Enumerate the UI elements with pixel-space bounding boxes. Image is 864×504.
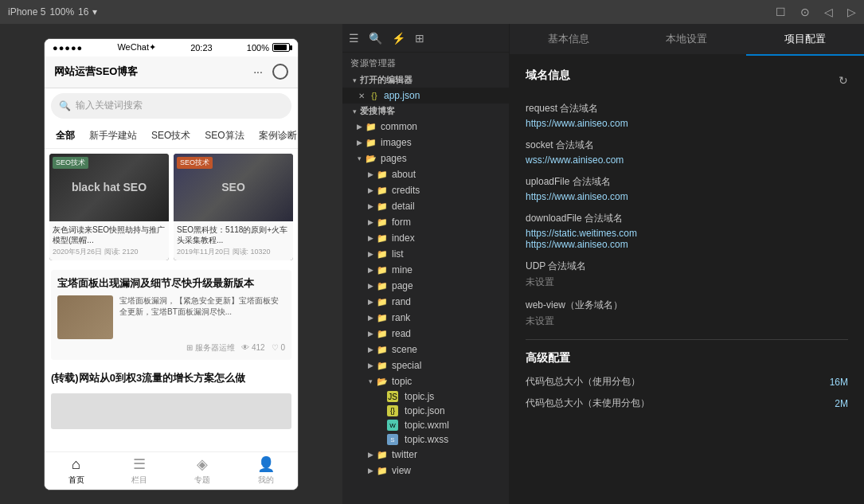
file-topic-wxml[interactable]: W topic.wxml <box>342 418 509 432</box>
tab-beginner[interactable]: 新手学建站 <box>84 126 142 146</box>
pages-label: 16 <box>78 6 88 18</box>
open-editors-section[interactable]: ▾ 打开的编辑器 <box>342 72 509 88</box>
folder-icon-scene: 📁 <box>376 343 389 356</box>
images-arrow-icon: ▶ <box>354 139 365 147</box>
article-title-3: 宝塔面板出现漏洞及细节尽快升级最新版本 <box>57 276 285 291</box>
phone-icon[interactable]: ☐ <box>776 6 786 18</box>
folder-rank[interactable]: ▶ 📁 rank <box>342 310 509 326</box>
more-icon[interactable]: ⊞ <box>415 32 424 45</box>
json-file-icon-topic: {} <box>387 405 398 416</box>
folder-pages[interactable]: ▾ 📂 pages <box>342 150 509 166</box>
folder-scene[interactable]: ▶ 📁 scene <box>342 342 509 357</box>
close-icon[interactable]: ✕ <box>358 92 365 100</box>
right-content: 域名信息 ↻ request 合法域名 https://www.ainiseo.… <box>510 56 864 504</box>
file-label-topic-wxml: topic.wxml <box>405 420 509 431</box>
folder-detail[interactable]: ▶ 📁 detail <box>342 198 509 214</box>
list-icon[interactable]: ☰ <box>349 32 359 45</box>
article-desc-3: 宝塔面板漏洞，【紧急安全更新】宝塔面板安全更新，宝塔BT面板漏洞尽快... <box>119 295 285 339</box>
folder-mine[interactable]: ▶ 📁 mine <box>342 262 509 278</box>
download-row: downloadFile 合法域名 https://static.weitime… <box>526 212 848 250</box>
topic-icon: ◈ <box>197 455 208 473</box>
udp-label: UDP 合法域名 <box>526 260 848 273</box>
upload-value: https://www.ainiseo.com <box>526 191 848 202</box>
section-divider <box>526 339 848 340</box>
bottom-nav-column[interactable]: ☰ 栏目 <box>131 455 147 486</box>
folder-special[interactable]: ▶ 📁 special <box>342 357 509 373</box>
article-card-3[interactable]: 宝塔面板出现漏洞及细节尽快升级最新版本 宝塔面板漏洞，【紧急安全更新】宝塔面板安… <box>51 270 291 360</box>
article-card-1[interactable]: black hat SEO SEO技术 灰色词读来SEO快照劫持与推广模型(黑帽… <box>49 154 169 260</box>
resources-label: 资源管理器 <box>342 53 509 72</box>
upload-label: uploadFile 合法域名 <box>526 175 848 189</box>
tab-local-settings[interactable]: 本地设置 <box>627 24 745 56</box>
more-icon[interactable]: ··· <box>250 64 266 80</box>
usb-icon[interactable]: ⚡ <box>392 32 405 45</box>
webview-value: 未设置 <box>526 315 848 328</box>
phone-image-grid: black hat SEO SEO技术 灰色词读来SEO快照劫持与推广模型(黑帽… <box>45 149 298 265</box>
search-icon[interactable]: 🔍 <box>369 32 382 45</box>
file-label-topic-wxss: topic.wxss <box>405 434 509 445</box>
phone-search-bar[interactable]: 🔍 输入关键词搜索 <box>51 93 291 119</box>
battery-percent: 100% <box>247 43 269 53</box>
tab-project-config[interactable]: 项目配置 <box>746 24 864 56</box>
folder-list[interactable]: ▶ 📁 list <box>342 246 509 262</box>
folder-form[interactable]: ▶ 📁 form <box>342 214 509 230</box>
project-section[interactable]: ▾ 爱搜博客 <box>342 104 509 119</box>
tab-case[interactable]: 案例诊断 <box>254 126 298 146</box>
article-text-2: SEO黑科技：5118的原则+火车头采集教程... 2019年11月20日 阅读… <box>174 221 293 260</box>
folder-images[interactable]: ▶ 📁 images <box>342 135 509 150</box>
bottom-nav-mine[interactable]: 👤 我的 <box>257 455 275 486</box>
download-value1: https://static.weitimes.com <box>526 228 848 239</box>
tab-seo-tech[interactable]: SEO技术 <box>147 126 195 146</box>
folder-about[interactable]: ▶ 📁 about <box>342 166 509 182</box>
folder-label-scene: scene <box>392 344 509 355</box>
folder-rand[interactable]: ▶ 📁 rand <box>342 294 509 310</box>
file-topic-js[interactable]: JS topic.js <box>342 389 509 404</box>
rank-arrow-icon: ▶ <box>365 314 376 322</box>
folder-view[interactable]: ▶ 📁 view <box>342 463 509 479</box>
request-value: https://www.ainiseo.com <box>526 118 848 129</box>
bottom-nav-home[interactable]: ⌂ 首页 <box>68 456 84 486</box>
folder-label-mine: mine <box>392 264 509 275</box>
folder-index[interactable]: ▶ 📁 index <box>342 230 509 246</box>
folder-twitter[interactable]: ▶ 📁 twitter <box>342 447 509 463</box>
article-card-2[interactable]: SEO SEO技术 SEO黑科技：5118的原则+火车头采集教程... 2019… <box>174 154 293 260</box>
folder-label-special: special <box>392 360 509 371</box>
back-icon[interactable]: ◁ <box>824 6 833 18</box>
topic-label: 专题 <box>194 475 210 486</box>
folder-topic[interactable]: ▾ 📂 topic <box>342 373 509 389</box>
code-size-value: 16M <box>830 377 848 388</box>
scene-arrow-icon: ▶ <box>365 346 376 354</box>
forward-icon[interactable]: ▷ <box>847 6 856 18</box>
mine-arrow-icon: ▶ <box>365 266 376 274</box>
folder-label-page: page <box>392 280 509 291</box>
file-tree-toolbar: ☰ 🔍 ⚡ ⊞ <box>342 24 509 53</box>
folder-read[interactable]: ▶ 📁 read <box>342 326 509 342</box>
folder-credits[interactable]: ▶ 📁 credits <box>342 182 509 198</box>
editors-arrow-icon: ▾ <box>349 76 360 84</box>
article-title-4: (转载)网站从0到权3流量的增长方案怎么做 <box>51 366 291 390</box>
socket-label: socket 合法域名 <box>526 139 848 152</box>
phone-nav-title: 网站运营SEO博客 <box>54 64 138 79</box>
folder-icon-index: 📁 <box>376 232 389 244</box>
folder-icon-pages: 📂 <box>365 152 377 165</box>
dropdown-arrow-icon[interactable]: ▾ <box>92 6 97 18</box>
record-icon[interactable]: ⊙ <box>800 6 810 18</box>
folder-common[interactable]: ▶ 📁 common <box>342 119 509 135</box>
file-topic-wxss[interactable]: S topic.wxss <box>342 432 509 447</box>
tab-basic-info[interactable]: 基本信息 <box>510 24 627 56</box>
folder-page[interactable]: ▶ 📁 page <box>342 278 509 294</box>
webview-row: web-view（业务域名） 未设置 <box>526 299 848 328</box>
editor-app-json[interactable]: ✕ {} app.json <box>342 88 509 104</box>
read-arrow-icon: ▶ <box>365 330 376 338</box>
bottom-nav-topic[interactable]: ◈ 专题 <box>194 455 210 486</box>
folder-label-topic: topic <box>392 376 509 387</box>
tab-all[interactable]: 全部 <box>51 126 80 146</box>
file-topic-json[interactable]: {} topic.json <box>342 404 509 418</box>
tab-seo-alg[interactable]: SEO算法 <box>200 126 248 146</box>
article-meta-1: 2020年5月26日 阅读: 2120 <box>53 247 166 257</box>
article-img-4 <box>51 393 291 429</box>
refresh-icon[interactable]: ↻ <box>839 74 848 87</box>
folder-icon-images: 📁 <box>365 136 377 149</box>
folder-icon-topic: 📂 <box>376 375 389 388</box>
record-circle-icon[interactable] <box>272 64 288 80</box>
